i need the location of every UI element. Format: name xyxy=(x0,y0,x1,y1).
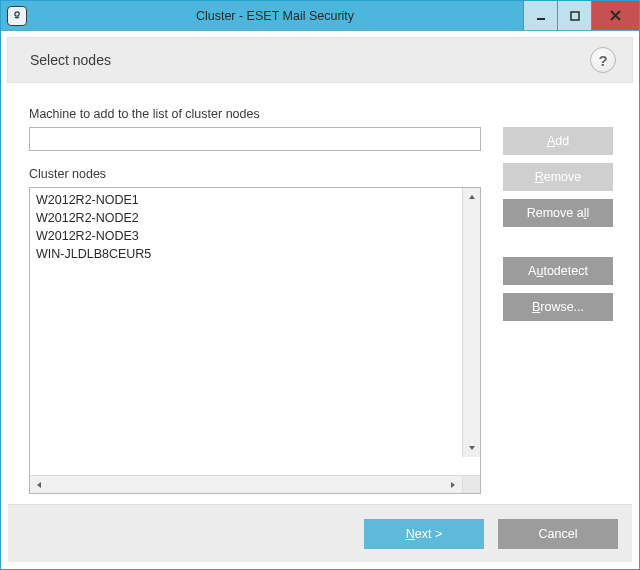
browse-button[interactable]: Browse... xyxy=(503,293,613,321)
app-icon xyxy=(7,6,27,26)
add-button-label: A xyxy=(547,134,555,148)
window-frame: Cluster - ESET Mail Security Select node… xyxy=(0,0,640,570)
list-item[interactable]: W2012R2-NODE3 xyxy=(36,227,478,245)
scroll-track-v[interactable] xyxy=(463,206,480,439)
remove-button[interactable]: Remove xyxy=(503,163,613,191)
autodetect-button[interactable]: Autodetect xyxy=(503,257,613,285)
scroll-up-button[interactable] xyxy=(463,188,480,206)
maximize-button[interactable] xyxy=(557,1,591,30)
cancel-button[interactable]: Cancel xyxy=(498,519,618,549)
scroll-down-button[interactable] xyxy=(463,439,480,457)
next-button[interactable]: Next > xyxy=(364,519,484,549)
close-button[interactable] xyxy=(591,1,639,30)
left-column: Machine to add to the list of cluster no… xyxy=(29,107,481,494)
remove-button-label: R xyxy=(535,170,544,184)
scroll-track-h[interactable] xyxy=(48,476,444,493)
wizard-header: Select nodes ? xyxy=(7,37,633,83)
help-button[interactable]: ? xyxy=(590,47,616,73)
svg-point-0 xyxy=(15,11,19,15)
scroll-left-button[interactable] xyxy=(30,476,48,493)
svg-rect-1 xyxy=(537,18,545,20)
window-controls xyxy=(523,1,639,30)
wizard-footer: Next > Cancel xyxy=(8,504,632,562)
titlebar[interactable]: Cluster - ESET Mail Security xyxy=(1,1,639,31)
scroll-corner xyxy=(462,476,480,493)
window-title: Cluster - ESET Mail Security xyxy=(27,9,523,23)
right-column: Add Remove Remove all Autodetect Browse.… xyxy=(503,107,613,494)
cluster-nodes-listbox[interactable]: W2012R2-NODE1 W2012R2-NODE2 W2012R2-NODE… xyxy=(29,187,481,494)
machine-input-label: Machine to add to the list of cluster no… xyxy=(29,107,481,121)
list-viewport: W2012R2-NODE1 W2012R2-NODE2 W2012R2-NODE… xyxy=(30,188,480,475)
machine-input[interactable] xyxy=(29,127,481,151)
page-title: Select nodes xyxy=(30,52,111,68)
list-item[interactable]: WIN-JLDLB8CEUR5 xyxy=(36,245,478,263)
remove-all-button[interactable]: Remove all xyxy=(503,199,613,227)
vertical-scrollbar[interactable] xyxy=(462,188,480,457)
svg-rect-2 xyxy=(571,12,579,20)
nodes-list-label: Cluster nodes xyxy=(29,167,481,181)
add-button[interactable]: Add xyxy=(503,127,613,155)
scroll-right-button[interactable] xyxy=(444,476,462,493)
wizard-body: Machine to add to the list of cluster no… xyxy=(7,83,633,504)
list-item[interactable]: W2012R2-NODE2 xyxy=(36,209,478,227)
horizontal-scrollbar[interactable] xyxy=(30,475,480,493)
list-item[interactable]: W2012R2-NODE1 xyxy=(36,191,478,209)
minimize-button[interactable] xyxy=(523,1,557,30)
content-area: Select nodes ? Machine to add to the lis… xyxy=(1,31,639,569)
